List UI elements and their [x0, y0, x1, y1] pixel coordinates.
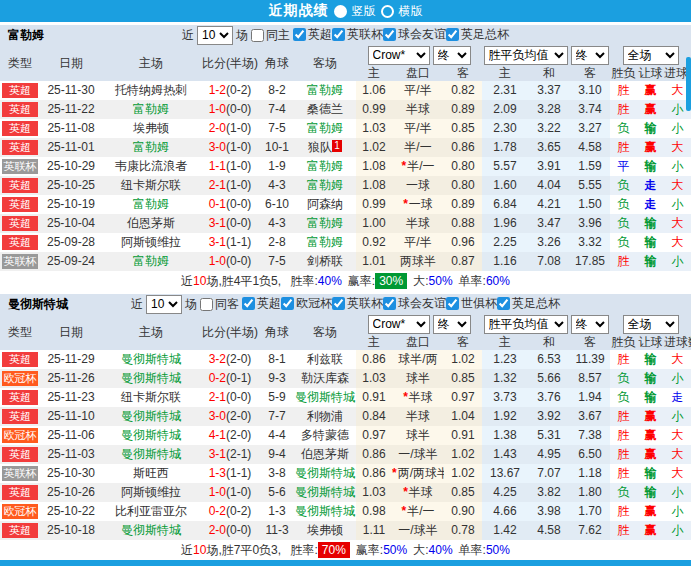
away-team[interactable]: 富勒姆 [307, 121, 343, 135]
summary-stat-label: 赢率: [356, 543, 383, 557]
odds-company-select[interactable]: Crow* [368, 46, 430, 65]
away-team-cell: 曼彻斯特城 [294, 483, 356, 502]
competition-filter[interactable]: 球会友谊 [383, 26, 446, 43]
vertical-layout-label[interactable]: 竖版 [352, 3, 376, 20]
home-team[interactable]: 托特纳姆热刺 [115, 83, 187, 97]
competition-checkbox[interactable] [383, 28, 396, 41]
avg-away-odds: 7.62 [570, 521, 610, 540]
league-badge: 英超 [2, 178, 38, 193]
ah-home-odds: 0.99 [356, 100, 392, 119]
competition-filter[interactable]: 球会友谊 [383, 295, 446, 312]
avg-time-select[interactable]: 终 [571, 315, 609, 334]
home-team[interactable]: 阿斯顿维拉 [121, 235, 181, 249]
away-team[interactable]: 阿森纳 [307, 197, 343, 211]
competition-checkbox[interactable] [497, 297, 510, 310]
scrollbar-thumb[interactable] [686, 57, 691, 111]
scope-select[interactable]: 全场 [623, 315, 679, 334]
away-team[interactable]: 桑德兰 [307, 102, 343, 116]
home-team[interactable]: 伯恩茅斯 [127, 216, 175, 230]
away-team[interactable]: 富勒姆 [307, 216, 343, 230]
away-team[interactable]: 勒沃库森 [301, 371, 349, 385]
scope-select[interactable]: 全场 [623, 46, 679, 65]
home-team[interactable]: 曼彻斯特城 [121, 371, 181, 385]
competition-label: 英足总杯 [512, 295, 560, 312]
away-team-cell: 富勒姆 [294, 157, 356, 176]
home-team[interactable]: 曼彻斯特城 [121, 409, 181, 423]
match-row: 英联杯25-09-24富勒姆1-0(0-0)7-5剑桥联1.01两球半0.871… [0, 252, 691, 271]
home-team[interactable]: 埃弗顿 [133, 121, 169, 135]
away-team[interactable]: 曼彻斯特城 [295, 466, 355, 480]
avg-time-select[interactable]: 终 [571, 46, 609, 65]
away-team[interactable]: 富勒姆 [307, 159, 343, 173]
avg-draw-odds: 4.04 [528, 176, 570, 195]
home-team[interactable]: 曼彻斯特城 [121, 523, 181, 537]
match-date: 25-10-04 [40, 214, 102, 233]
competition-checkbox[interactable] [446, 297, 459, 310]
away-team[interactable]: 利物浦 [307, 409, 343, 423]
away-team[interactable]: 富勒姆 [307, 178, 343, 192]
away-team[interactable]: 曼彻斯特城 [295, 390, 355, 404]
home-team[interactable]: 富勒姆 [133, 102, 169, 116]
home-team[interactable]: 富勒姆 [133, 140, 169, 154]
league-badge-cell: 英联杯 [0, 252, 40, 271]
halftime-score: (0-2) [226, 504, 251, 518]
home-team[interactable]: 曼彻斯特城 [121, 428, 181, 442]
col-ah-home: 主 [356, 334, 392, 351]
competition-filter[interactable]: 欧冠杯 [281, 295, 332, 312]
horizontal-layout-radio[interactable] [381, 5, 394, 18]
competition-filter[interactable]: 英足总杯 [446, 26, 509, 43]
odds-time-select[interactable]: 终 [433, 315, 471, 334]
home-team[interactable]: 斯旺西 [133, 466, 169, 480]
same-venue-checkbox[interactable] [251, 29, 264, 42]
match-count-select[interactable]: 10 [146, 295, 182, 314]
vertical-layout-radio[interactable] [334, 5, 347, 18]
away-team[interactable]: 狼队 [308, 140, 332, 154]
home-team[interactable]: 韦康比流浪者 [115, 159, 187, 173]
competition-checkbox[interactable] [446, 28, 459, 41]
competition-filter[interactable]: 英联杯 [332, 26, 383, 43]
same-venue-checkbox[interactable] [200, 298, 213, 311]
ah-line: 半球 [392, 100, 444, 119]
competition-checkbox[interactable] [383, 297, 396, 310]
same-venue-filter[interactable]: 同主 [251, 27, 290, 44]
result-goals: 大 [664, 138, 691, 157]
home-team[interactable]: 曼彻斯特城 [121, 352, 181, 366]
odds-time-select[interactable]: 终 [433, 46, 471, 65]
away-team[interactable]: 富勒姆 [307, 83, 343, 97]
match-count-select[interactable]: 10 [197, 26, 233, 45]
away-team[interactable]: 利兹联 [307, 352, 343, 366]
result-wdl: 负 [610, 214, 637, 233]
odds-company-select[interactable]: Crow* [368, 315, 430, 334]
away-team[interactable]: 伯恩茅斯 [301, 447, 349, 461]
avg-draw-odds: 7.08 [528, 252, 570, 271]
avg-odds-select[interactable]: 胜平负均值 [484, 46, 568, 65]
horizontal-layout-label[interactable]: 横版 [399, 3, 423, 20]
competition-checkbox[interactable] [293, 28, 306, 41]
home-team[interactable]: 富勒姆 [133, 197, 169, 211]
home-team[interactable]: 比利亚雷亚尔 [115, 504, 187, 518]
competition-filter[interactable]: 英超 [242, 295, 281, 312]
avg-odds-select[interactable]: 胜平负均值 [484, 315, 568, 334]
competition-filter[interactable]: 英联杯 [332, 295, 383, 312]
competition-checkbox[interactable] [242, 297, 255, 310]
score-cell: 3-1(1-1) [200, 233, 260, 252]
home-team[interactable]: 阿斯顿维拉 [121, 485, 181, 499]
away-team[interactable]: 曼彻斯特城 [295, 485, 355, 499]
away-team[interactable]: 埃弗顿 [307, 523, 343, 537]
away-team[interactable]: 剑桥联 [307, 254, 343, 268]
away-team[interactable]: 富勒姆 [307, 235, 343, 249]
away-team[interactable]: 多特蒙德 [301, 428, 349, 442]
competition-checkbox[interactable] [332, 297, 345, 310]
competition-checkbox[interactable] [281, 297, 294, 310]
ah-home-odds: 0.97 [356, 426, 392, 445]
home-team[interactable]: 纽卡斯尔联 [121, 178, 181, 192]
home-team[interactable]: 曼彻斯特城 [121, 447, 181, 461]
competition-checkbox[interactable] [332, 28, 345, 41]
home-team[interactable]: 富勒姆 [133, 254, 169, 268]
competition-filter[interactable]: 英足总杯 [497, 295, 560, 312]
away-team[interactable]: 曼彻斯特城 [295, 504, 355, 518]
competition-filter[interactable]: 世俱杯 [446, 295, 497, 312]
competition-filter[interactable]: 英超 [293, 26, 332, 43]
home-team[interactable]: 纽卡斯尔联 [121, 390, 181, 404]
same-venue-filter[interactable]: 同客 [200, 296, 239, 313]
